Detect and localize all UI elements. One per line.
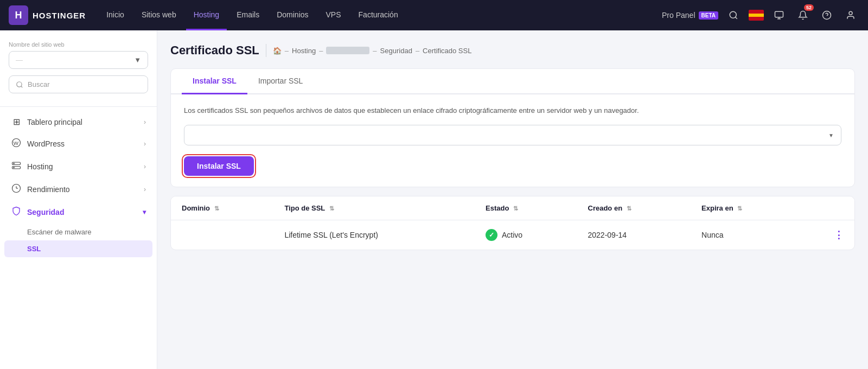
col-actions xyxy=(800,196,854,220)
install-ssl-card: Instalar SSL Importar SSL Los certificad… xyxy=(170,68,855,187)
nav-item-inicio[interactable]: Inicio xyxy=(99,0,132,30)
breadcrumb: 🏠 – Hosting – – Seguridad – Certificado … xyxy=(273,47,472,55)
language-flag[interactable] xyxy=(749,10,764,21)
nav-item-emails[interactable]: Emails xyxy=(229,0,267,30)
layout: Nombre del sitio web — ▼ Buscar ⊞ Tabler… xyxy=(0,0,868,369)
nav-item-vps[interactable]: VPS xyxy=(318,0,349,30)
breadcrumb-seguridad: Seguridad xyxy=(380,47,412,55)
help-button[interactable] xyxy=(818,7,835,24)
sidebar-item-rendimiento[interactable]: Rendimiento › xyxy=(0,178,157,201)
svg-rect-2 xyxy=(775,11,783,17)
chevron-icon: › xyxy=(144,163,146,170)
breadcrumb-sep2: – xyxy=(319,47,323,55)
sidebar-item-hosting[interactable]: Hosting › xyxy=(0,155,157,178)
logo-text: HOSTINGER xyxy=(33,11,86,20)
logo[interactable]: H HOSTINGER xyxy=(9,5,86,25)
sidebar-item-seguridad[interactable]: Seguridad ▾ xyxy=(0,201,157,224)
more-options-button[interactable]: ⋮ xyxy=(810,229,844,241)
user-account-button[interactable] xyxy=(842,7,859,24)
performance-icon xyxy=(11,183,22,195)
header-divider xyxy=(266,44,266,57)
pro-panel-button[interactable]: Pro Panel BETA xyxy=(662,11,718,20)
cell-more: ⋮ xyxy=(800,220,854,250)
nav-right: Pro Panel BETA 52 xyxy=(662,7,859,24)
svg-point-0 xyxy=(730,11,736,18)
sidebar-item-label: Seguridad xyxy=(27,208,64,217)
site-selector-label: Nombre del sitio web xyxy=(9,41,148,48)
status-check-icon: ✓ xyxy=(486,229,497,241)
nav-item-facturación[interactable]: Facturación xyxy=(351,0,406,30)
display-button[interactable] xyxy=(770,7,788,24)
notifications-button[interactable]: 52 xyxy=(794,7,812,24)
nav-items: InicioSitios webHostingEmailsDominiosVPS… xyxy=(99,0,662,30)
beta-badge: BETA xyxy=(699,11,718,20)
page-header: Certificado SSL 🏠 – Hosting – – Segurida… xyxy=(170,43,855,58)
svg-point-8 xyxy=(17,81,22,86)
install-ssl-button-wrapper: Instalar SSL xyxy=(184,156,254,176)
search-box[interactable]: Buscar xyxy=(9,75,148,93)
logo-icon: H xyxy=(9,5,28,25)
col-expira: Expira en ⇅ xyxy=(691,196,800,220)
svg-text:W: W xyxy=(14,140,19,146)
sidebar: Nombre del sitio web — ▼ Buscar ⊞ Tabler… xyxy=(0,30,157,369)
sidebar-divider xyxy=(0,106,157,107)
cell-domain xyxy=(171,220,273,250)
svg-line-1 xyxy=(735,17,737,18)
col-creado: Creado en ⇅ xyxy=(577,196,691,220)
subitem-label: Escáner de malware xyxy=(27,228,92,236)
col-estado: Estado ⇅ xyxy=(475,196,577,220)
cell-ssl-type: Lifetime SSL (Let's Encrypt) xyxy=(273,220,475,250)
topnav: H HOSTINGER InicioSitios webHostingEmail… xyxy=(0,0,868,30)
grid-icon: ⊞ xyxy=(11,117,22,127)
chevron-down-icon: ▼ xyxy=(134,56,141,64)
install-ssl-button[interactable]: Instalar SSL xyxy=(184,156,254,176)
search-placeholder: Buscar xyxy=(28,80,49,88)
notification-count: 52 xyxy=(804,4,814,11)
sidebar-item-wordpress[interactable]: W WordPress › xyxy=(0,132,157,155)
sort-icon-dominio[interactable]: ⇅ xyxy=(214,205,219,212)
search-icon xyxy=(16,81,23,88)
site-selector[interactable]: — ▼ xyxy=(9,51,148,69)
ssl-domain-select[interactable] xyxy=(184,125,841,145)
svg-point-15 xyxy=(14,167,15,168)
sidebar-item-label: Hosting xyxy=(27,162,53,171)
sort-icon-expira[interactable]: ⇅ xyxy=(737,205,742,212)
ssl-table-card: Dominio ⇅ Tipo de SSL ⇅ Estado ⇅ Cread xyxy=(170,196,855,250)
svg-line-9 xyxy=(21,86,23,87)
breadcrumb-hosting: Hosting xyxy=(292,47,316,55)
main-content: Certificado SSL 🏠 – Hosting – – Segurida… xyxy=(157,30,868,369)
ssl-description: Los certificados SSL son pequeños archiv… xyxy=(184,105,841,116)
sort-icon-estado[interactable]: ⇅ xyxy=(513,205,518,212)
table-row: Lifetime SSL (Let's Encrypt) ✓ Activo 20… xyxy=(171,220,854,250)
cell-status: ✓ Activo xyxy=(475,220,577,250)
sidebar-item-label: Tablero principal xyxy=(27,118,82,126)
home-icon: 🏠 xyxy=(273,47,282,55)
breadcrumb-sep1: – xyxy=(285,47,289,55)
breadcrumb-sep4: – xyxy=(416,47,419,55)
sidebar-item-label: WordPress xyxy=(27,139,65,148)
search-button[interactable] xyxy=(725,7,742,24)
nav-item-dominios[interactable]: Dominios xyxy=(269,0,316,30)
sidebar-item-tablero[interactable]: ⊞ Tablero principal › xyxy=(0,111,157,132)
shield-icon xyxy=(11,206,22,218)
sort-icon-tipo[interactable]: ⇅ xyxy=(329,205,334,212)
cell-created: 2022-09-14 xyxy=(577,220,691,250)
chevron-icon: ▾ xyxy=(143,208,146,216)
breadcrumb-sep3: – xyxy=(373,47,376,55)
sidebar-site-section: Nombre del sitio web — ▼ Buscar xyxy=(0,41,157,102)
cell-expires: Nunca xyxy=(691,220,800,250)
wordpress-icon: W xyxy=(11,138,22,150)
ssl-tabs: Instalar SSL Importar SSL xyxy=(171,69,854,94)
sort-icon-creado[interactable]: ⇅ xyxy=(627,205,631,212)
nav-item-hosting[interactable]: Hosting xyxy=(186,0,227,30)
chevron-icon: › xyxy=(144,186,146,193)
sidebar-subitem-ssl[interactable]: SSL xyxy=(4,240,152,257)
svg-point-7 xyxy=(849,11,852,15)
nav-item-sitios-web[interactable]: Sitios web xyxy=(134,0,184,30)
tab-instalar-ssl[interactable]: Instalar SSL xyxy=(182,69,247,94)
tab-importar-ssl[interactable]: Importar SSL xyxy=(247,69,314,94)
sidebar-subitem-malware[interactable]: Escáner de malware xyxy=(0,224,157,240)
ssl-install-section: Los certificados SSL son pequeños archiv… xyxy=(171,94,854,187)
page-title: Certificado SSL xyxy=(170,43,259,58)
subitem-label: SSL xyxy=(27,245,41,253)
